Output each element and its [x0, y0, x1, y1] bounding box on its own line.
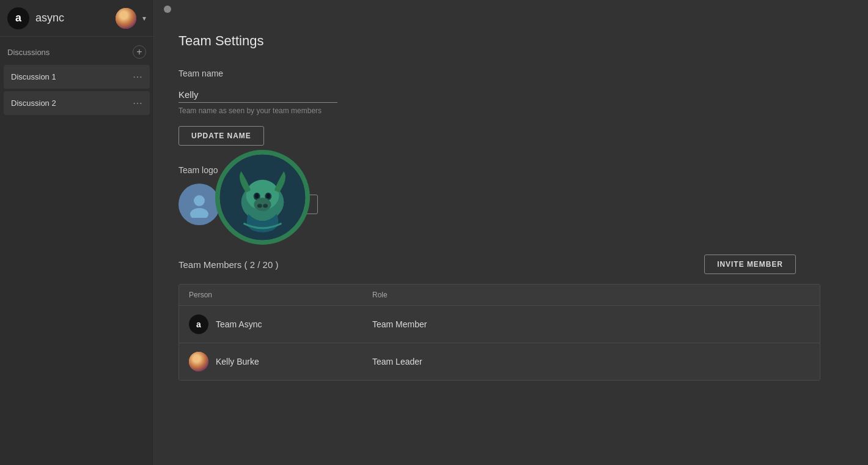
team-logo-section: Team logo UPDATE LOGO	[178, 165, 802, 225]
team-name-section: Team name Team name as seen by your team…	[178, 69, 802, 146]
member-name: Team Async	[216, 319, 262, 329]
table-row: a Team Async Team Member	[179, 306, 820, 343]
team-name-input[interactable]	[178, 87, 337, 103]
status-dot	[164, 6, 171, 13]
sidebar: a async ▾ Discussions + Discussion 1 ⋯ D…	[0, 0, 154, 465]
members-title: Team Members ( 2 / 20 )	[178, 259, 278, 270]
members-table: Person Role a Team Async Team Member Kel…	[178, 284, 820, 381]
sidebar-item-label: Discussion 2	[11, 99, 56, 108]
table-row: Kelly Burke Team Leader	[179, 343, 820, 380]
app-name: async	[35, 12, 109, 24]
avatar: a	[189, 314, 208, 334]
discussions-label: Discussions	[7, 48, 50, 57]
chevron-down-icon[interactable]: ▾	[142, 14, 146, 23]
discussions-section-header: Discussions +	[0, 37, 153, 64]
person-icon	[186, 191, 213, 218]
app-logo: a	[7, 7, 29, 29]
member-name: Kelly Burke	[216, 357, 259, 366]
team-name-label: Team name	[178, 69, 802, 78]
member-info: Kelly Burke	[189, 352, 372, 371]
sidebar-item-label: Discussion 1	[11, 72, 56, 81]
add-discussion-button[interactable]: +	[133, 45, 146, 59]
sidebar-header: a async ▾	[0, 0, 153, 37]
invite-member-button[interactable]: INVITE MEMBER	[704, 255, 796, 274]
update-logo-button[interactable]: UPDATE LOGO	[232, 195, 318, 214]
svg-point-1	[190, 208, 208, 218]
avatar	[189, 352, 208, 371]
member-role: Team Leader	[372, 357, 810, 366]
logo-placeholder	[178, 184, 220, 225]
top-bar	[154, 0, 868, 18]
team-members-section: Team Members ( 2 / 20 ) INVITE MEMBER Pe…	[178, 255, 802, 381]
members-header: Team Members ( 2 / 20 ) INVITE MEMBER	[178, 255, 802, 274]
member-role: Team Member	[372, 319, 810, 329]
avatar[interactable]	[116, 8, 136, 29]
team-name-hint: Team name as seen by your team members	[178, 106, 802, 115]
team-logo-label: Team logo	[178, 165, 802, 175]
settings-content: Team Settings Team name Team name as see…	[154, 18, 826, 395]
update-name-button[interactable]: UPDATE NAME	[178, 126, 264, 146]
logo-row: UPDATE LOGO	[178, 184, 802, 225]
member-info: a Team Async	[189, 314, 372, 334]
column-person: Person	[189, 291, 372, 299]
table-header: Person Role	[179, 285, 820, 306]
svg-point-0	[194, 195, 205, 206]
page-title: Team Settings	[178, 33, 802, 49]
more-options-icon[interactable]: ⋯	[133, 71, 142, 83]
sidebar-item-discussion-1[interactable]: Discussion 1 ⋯	[4, 65, 150, 89]
column-role: Role	[372, 291, 810, 299]
main-content: Team Settings Team name Team name as see…	[154, 0, 868, 465]
sidebar-item-discussion-2[interactable]: Discussion 2 ⋯	[4, 91, 150, 115]
more-options-icon[interactable]: ⋯	[133, 97, 142, 109]
